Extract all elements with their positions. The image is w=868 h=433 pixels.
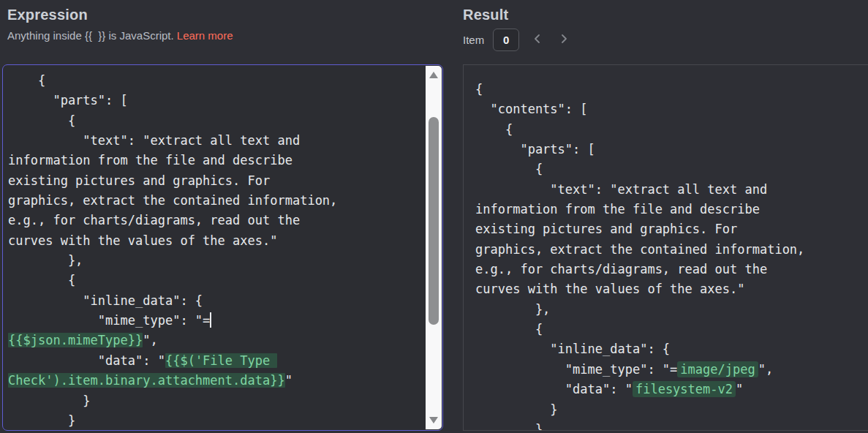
code-line: "parts": [ xyxy=(8,91,423,110)
code-line: { xyxy=(475,159,865,179)
expression-hint: Anything inside {{ }} is JavaScript. Lea… xyxy=(7,29,233,42)
code-line: }, xyxy=(475,300,865,320)
scroll-down-icon[interactable] xyxy=(429,417,438,423)
code-line: existing pictures and graphics. For xyxy=(8,171,423,191)
code-line: "contents": [ xyxy=(475,99,865,119)
next-item-button[interactable] xyxy=(556,32,572,48)
code-line: information from the file and describe xyxy=(475,200,865,219)
item-index-input[interactable]: 0 xyxy=(493,29,519,51)
chevron-right-icon xyxy=(558,33,570,47)
code-line: "data": "{{$('File Type xyxy=(8,351,423,371)
result-panel-header: Result Item 0 xyxy=(463,7,572,51)
prev-item-button[interactable] xyxy=(529,32,546,48)
code-line: { xyxy=(475,320,865,339)
code-line: } xyxy=(8,411,423,431)
item-navigation: Item 0 xyxy=(463,29,572,51)
expression-hint-text: Anything inside {{ }} is JavaScript. xyxy=(7,29,177,42)
expression-panel-title: Expression xyxy=(7,7,233,23)
expression-editor-input[interactable]: { "parts": [ { "text": "extract all text… xyxy=(2,64,443,431)
result-output: { "contents": [ { "parts": [ { "text": "… xyxy=(463,64,868,431)
code-line: { xyxy=(8,71,423,91)
chevron-left-icon xyxy=(532,33,543,47)
code-line: graphics, extract the contained informat… xyxy=(475,240,865,260)
item-label: Item xyxy=(463,34,484,46)
code-line: "text": "extract all text and xyxy=(475,180,865,200)
result-panel-title: Result xyxy=(463,7,572,23)
code-line: "text": "extract all text and xyxy=(8,131,423,151)
code-line: information from the file and describe xyxy=(8,151,423,170)
code-line: "data": "filesystem-v2" xyxy=(475,380,865,399)
code-line: } xyxy=(475,400,865,420)
code-line: "parts": [ xyxy=(475,140,865,159)
code-line: {{$json.mimeType}}", xyxy=(8,331,423,350)
editor-scrollbar-thumb[interactable] xyxy=(429,117,439,325)
code-line: Check').item.binary.attachment.data}}" xyxy=(8,371,423,391)
code-line: e.g., for charts/diagrams, read out the xyxy=(8,211,423,230)
result-code: { "contents": [ { "parts": [ { "text": "… xyxy=(475,80,865,431)
code-line: graphics, extract the contained informat… xyxy=(8,191,423,211)
code-line: existing pictures and graphics. For xyxy=(475,219,865,239)
code-line: { xyxy=(475,120,865,140)
editor-scrollbar[interactable] xyxy=(426,66,442,429)
learn-more-link[interactable]: Learn more xyxy=(177,29,233,42)
code-line: curves with the values of the axes." xyxy=(8,231,423,251)
code-line: { xyxy=(475,80,865,99)
expression-panel-header: Expression Anything inside {{ }} is Java… xyxy=(7,7,233,42)
code-line: curves with the values of the axes." xyxy=(475,279,865,299)
expression-editor-modal: Expression Anything inside {{ }} is Java… xyxy=(0,0,868,433)
code-line: e.g., for charts/diagrams, read out the xyxy=(475,260,865,279)
code-line: { xyxy=(8,111,423,131)
code-line: } xyxy=(8,391,423,411)
code-line: "inline_data": { xyxy=(8,291,423,311)
code-line: } xyxy=(475,420,865,431)
code-line: "inline_data": { xyxy=(475,339,865,359)
text-cursor xyxy=(210,312,211,328)
scroll-up-icon[interactable] xyxy=(429,72,438,78)
code-line: { xyxy=(8,271,423,290)
code-line: "mime_type": "= xyxy=(8,311,423,331)
code-line: }, xyxy=(8,251,423,271)
expression-code[interactable]: { "parts": [ { "text": "extract all text… xyxy=(8,71,423,431)
code-line: "mime_type": "=image/jpeg", xyxy=(475,360,865,380)
